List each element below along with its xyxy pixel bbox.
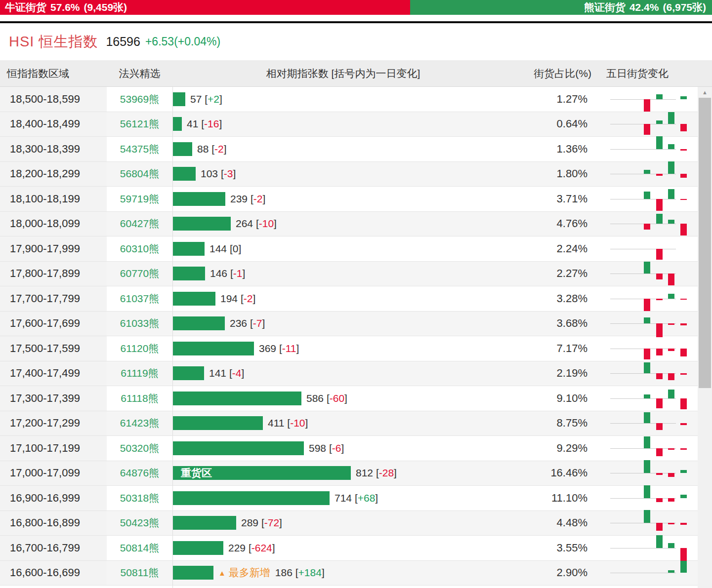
bracket-close: ] bbox=[322, 567, 325, 579]
street-pct-cell: 2.27% bbox=[514, 267, 595, 280]
one-day-change: -4 bbox=[232, 367, 242, 379]
sparkline-bar-down bbox=[680, 199, 687, 200]
contracts-bar bbox=[173, 192, 225, 206]
street-pct-cell: 1.27% bbox=[514, 93, 595, 106]
bear-count: (6,975张) bbox=[663, 0, 706, 14]
contracts-bar bbox=[173, 392, 301, 405]
bull-label: 牛证街货 bbox=[5, 0, 46, 14]
contracts-value: 41 [-16] bbox=[187, 118, 222, 130]
contracts-value: 714 [+68] bbox=[335, 492, 378, 504]
warrant-code-link[interactable]: 61033熊 bbox=[107, 316, 172, 330]
warrant-code-link[interactable]: 64876熊 bbox=[107, 466, 172, 480]
sparkline-bar-down bbox=[644, 124, 650, 135]
five-day-sparkline bbox=[610, 87, 676, 112]
warrant-code-link[interactable]: 59719熊 bbox=[107, 192, 172, 206]
bracket-open: [ bbox=[227, 243, 233, 255]
sparkline-bar-up bbox=[668, 189, 674, 199]
table-row: 17,400-17,49961119熊141 [-4]2.19% bbox=[0, 361, 712, 387]
five-day-sparkline bbox=[610, 511, 676, 536]
warrant-code-link[interactable]: 50423熊 bbox=[107, 516, 172, 530]
contracts-count: 57 bbox=[190, 93, 202, 105]
warrant-code-link[interactable]: 60427熊 bbox=[107, 217, 172, 231]
street-pct-cell: 4.76% bbox=[514, 217, 595, 230]
contracts-value: 141 [-4] bbox=[209, 367, 244, 379]
warrant-code-link[interactable]: 61120熊 bbox=[107, 342, 172, 355]
contracts-bar bbox=[173, 92, 185, 106]
bracket-open: [ bbox=[238, 293, 244, 305]
contracts-cell: 586 [-60] bbox=[172, 386, 514, 411]
five-day-change-cell bbox=[595, 386, 712, 411]
one-day-change: -60 bbox=[330, 392, 344, 404]
street-pct-cell: 3.28% bbox=[514, 292, 595, 305]
contracts-bar: 重货区 bbox=[173, 466, 351, 480]
sparkline-bar-down bbox=[656, 349, 663, 355]
sparkline-bar-down bbox=[656, 423, 663, 430]
contracts-value: 103 [-3] bbox=[201, 168, 236, 180]
vertical-scrollbar[interactable]: ▲ bbox=[698, 87, 712, 588]
warrant-code-link[interactable]: 60770熊 bbox=[107, 267, 172, 280]
street-pct-cell: 4.48% bbox=[514, 516, 595, 529]
index-price: 16596 bbox=[106, 35, 140, 49]
warrant-code-link[interactable]: 56121熊 bbox=[107, 117, 172, 131]
street-pct-cell: 9.29% bbox=[514, 442, 595, 455]
sparkline-bar-up bbox=[668, 570, 674, 573]
contracts-count: 229 bbox=[228, 542, 246, 554]
bracket-open: [ bbox=[226, 367, 232, 379]
sparkline-bar-down bbox=[680, 149, 687, 151]
contracts-value: 146 [-1] bbox=[210, 268, 245, 279]
bracket-open: [ bbox=[248, 193, 253, 205]
contracts-bar bbox=[173, 217, 231, 231]
index-range-cell: 17,500-17,599 bbox=[0, 336, 107, 361]
col-header-sg-picks: 法兴精选 bbox=[107, 67, 172, 80]
warrant-code-link[interactable]: 56804熊 bbox=[107, 167, 172, 181]
col-header-street-pct: 街货占比(%) bbox=[514, 67, 595, 80]
warrant-code-link[interactable]: 61037熊 bbox=[107, 292, 172, 306]
one-day-change: -2 bbox=[253, 193, 263, 205]
contracts-count: 194 bbox=[220, 293, 238, 305]
contracts-count: 812 bbox=[356, 467, 373, 479]
sparkline-bar-down bbox=[680, 548, 687, 561]
warrant-code-link[interactable]: 50814熊 bbox=[107, 541, 172, 555]
table-row: 18,200-18,29956804熊103 [-3]1.80% bbox=[0, 162, 712, 187]
five-day-sparkline bbox=[610, 162, 676, 187]
bracket-open: [ bbox=[284, 417, 290, 429]
warrant-code-link[interactable]: 61119熊 bbox=[107, 366, 172, 380]
warrant-code-link[interactable]: 61423熊 bbox=[107, 416, 172, 430]
warrant-code-link[interactable]: 50811熊 bbox=[107, 566, 172, 580]
contracts-cell: 144 [0] bbox=[172, 236, 514, 261]
bracket-close: ] bbox=[274, 218, 277, 230]
sparkline-baseline bbox=[610, 124, 676, 124]
five-day-change-cell bbox=[595, 312, 712, 336]
warrant-code-link[interactable]: 50320熊 bbox=[107, 441, 172, 455]
scroll-up-button[interactable]: ▲ bbox=[698, 87, 712, 97]
warrant-code-link[interactable]: 60310熊 bbox=[107, 242, 172, 256]
five-day-sparkline bbox=[610, 486, 676, 510]
contracts-cell: 41 [-16] bbox=[172, 112, 514, 137]
scrollbar-thumb[interactable] bbox=[699, 98, 711, 388]
contracts-value: 57 [+2] bbox=[190, 93, 222, 105]
one-day-change: +184 bbox=[298, 567, 322, 579]
sparkline-bar-down bbox=[668, 349, 674, 351]
contracts-value: 239 [-2] bbox=[230, 193, 265, 205]
contracts-cell: 103 [-3] bbox=[172, 162, 514, 187]
sparkline-bar-up bbox=[644, 460, 650, 473]
bracket-close: ] bbox=[262, 317, 265, 329]
one-day-change: -1 bbox=[233, 268, 243, 279]
five-day-change-cell bbox=[595, 236, 712, 261]
contracts-cell: 598 [-6] bbox=[172, 436, 514, 461]
warrant-code-link[interactable]: 61118熊 bbox=[107, 392, 172, 405]
warrant-code-link[interactable]: 50318熊 bbox=[107, 491, 172, 505]
sparkline-baseline bbox=[610, 523, 676, 523]
warrant-code-link[interactable]: 54375熊 bbox=[107, 142, 172, 156]
sparkline-baseline bbox=[610, 573, 676, 573]
five-day-change-cell bbox=[595, 461, 712, 486]
contracts-cell: ▲最多新增186 [+184] bbox=[172, 561, 514, 586]
contracts-count: 236 bbox=[230, 317, 247, 329]
sparkline-bar-up bbox=[656, 94, 663, 99]
contracts-cell: 57 [+2] bbox=[172, 87, 514, 112]
warrant-code-link[interactable]: 53969熊 bbox=[107, 92, 172, 106]
bracket-close: ] bbox=[341, 442, 344, 454]
contracts-count: 264 bbox=[236, 218, 253, 230]
five-day-sparkline bbox=[610, 536, 676, 560]
contracts-cell: 88 [-2] bbox=[172, 137, 514, 161]
